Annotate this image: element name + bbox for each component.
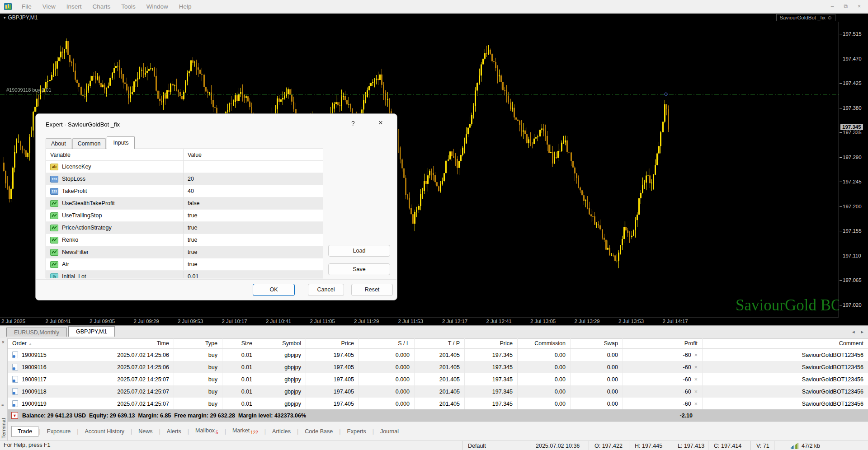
time-tick-label: 2 Jul 11:29: [354, 319, 379, 324]
orders-col-1-time[interactable]: Time: [78, 338, 174, 348]
param-col-value: Value: [184, 149, 323, 160]
terminal-close-icon[interactable]: ×: [2, 340, 5, 345]
order-row-19009115[interactable]: 190091152025.07.02 14:25:06buy0.01gbpjpy…: [8, 349, 868, 361]
dialog-tab-common[interactable]: Common: [72, 138, 106, 149]
close-order-icon[interactable]: ×: [694, 352, 698, 358]
terminal-tab-trade[interactable]: Trade: [11, 426, 38, 437]
param-row-initial-lot[interactable]: ½Initial_Lot0.01: [46, 271, 323, 278]
param-row-renko[interactable]: Renkotrue: [46, 234, 323, 246]
reset-button[interactable]: Reset: [351, 284, 393, 296]
close-order-icon[interactable]: ×: [694, 389, 698, 395]
order-cell-type: buy: [174, 398, 222, 410]
time-tick-label: 2 Jul 13:29: [575, 319, 600, 324]
app-icon: [4, 3, 12, 10]
order-row-19009119[interactable]: 190091192025.07.02 14:25:07buy0.01gbpjpy…: [8, 398, 868, 410]
terminal-tab-alerts[interactable]: Alerts: [161, 427, 187, 436]
chevron-down-icon[interactable]: ▾: [4, 15, 6, 20]
menu-item-file[interactable]: File: [16, 3, 37, 10]
orders-col-8-price[interactable]: Price: [465, 338, 518, 348]
price-tick-label: 197.380: [843, 105, 862, 111]
param-col-variable: Variable: [46, 149, 184, 160]
save-button[interactable]: Save: [328, 263, 390, 275]
close-order-icon[interactable]: ×: [694, 364, 698, 370]
order-row-19009118[interactable]: 190091182025.07.02 14:25:07buy0.01gbpjpy…: [8, 385, 868, 398]
orders-col-5-price[interactable]: Price: [306, 338, 359, 348]
terminal-tab-news[interactable]: News: [132, 427, 158, 436]
menu-item-insert[interactable]: Insert: [61, 3, 87, 10]
orders-col-11-profit[interactable]: Profit: [623, 338, 703, 348]
orders-col-6-s-l[interactable]: S / L: [359, 338, 415, 348]
account-summary-row: ▼ Balance: 29 641.23 USD Equity: 29 639.…: [8, 409, 868, 422]
time-axis[interactable]: 2 Jul 20252 Jul 08:412 Jul 09:052 Jul 09…: [0, 317, 839, 326]
orders-col-3-size[interactable]: Size: [222, 338, 257, 348]
orders-col-label: Price: [500, 340, 513, 347]
main-menu: FileViewInsertChartsToolsWindowHelp: [16, 3, 197, 10]
order-id: 19009116: [22, 364, 47, 370]
tab-scroll-left-icon[interactable]: ◂: [852, 329, 855, 335]
dialog-close-button[interactable]: ×: [378, 118, 383, 127]
menu-item-view[interactable]: View: [37, 3, 61, 10]
order-cell-order: 19009118: [8, 385, 78, 398]
orders-col-0-order[interactable]: Order▵: [8, 338, 78, 348]
terminal-tab-code-base[interactable]: Code Base: [299, 427, 339, 436]
order-cell-price: 197.405: [306, 361, 359, 373]
window-minimize-icon[interactable]: –: [831, 3, 834, 9]
order-row-19009117[interactable]: 190091172025.07.02 14:25:07buy0.01gbpjpy…: [8, 373, 868, 385]
param-value-cell: 0.01: [184, 271, 323, 278]
orders-col-2-type[interactable]: Type: [174, 338, 222, 348]
param-row-licensekey[interactable]: abLicenseKey: [46, 161, 323, 173]
order-cell-symbol: gbpjpy: [257, 349, 306, 361]
orders-col-label: Price: [341, 340, 354, 347]
ea-status-label[interactable]: SaviourGoldBot _fix ☺: [776, 14, 835, 21]
dialog-tab-about[interactable]: About: [46, 138, 71, 149]
status-profile[interactable]: Default: [462, 441, 530, 450]
param-row-priceactionstrategy[interactable]: PriceActionStrategytrue: [46, 222, 323, 234]
param-row-usetrailingstop[interactable]: UseTrailingStoptrue: [46, 210, 323, 222]
order-cell-price2: 197.345: [465, 385, 518, 398]
param-row-newsfilter[interactable]: NewsFiltertrue: [46, 246, 323, 258]
dialog-footer-divider: [36, 279, 396, 280]
tab-scroll-right-icon[interactable]: ▸: [861, 329, 863, 335]
dialog-tab-inputs[interactable]: Inputs: [107, 136, 135, 149]
order-cell-symbol: gbpjpy: [257, 385, 306, 398]
param-row-stoploss[interactable]: 123StopLoss20: [46, 173, 323, 185]
orders-col-7-t-p[interactable]: T / P: [415, 338, 465, 348]
terminal-tab-account-history[interactable]: Account History: [79, 427, 131, 436]
orders-col-9-commission[interactable]: Commission: [518, 338, 571, 348]
int-param-icon: 123: [50, 188, 58, 195]
param-row-usestealthtakeprofit[interactable]: UseStealthTakeProfitfalse: [46, 197, 323, 210]
chart-tab-eurusd-monthly[interactable]: EURUSD,Monthly: [6, 328, 67, 338]
param-row-takeprofit[interactable]: 123TakeProfit40: [46, 185, 323, 197]
bool-param-icon: [50, 249, 58, 256]
load-button[interactable]: Load: [328, 245, 390, 257]
orders-col-12-comment[interactable]: Comment: [703, 338, 868, 348]
terminal-tab-articles[interactable]: Articles: [266, 427, 297, 436]
window-close-icon[interactable]: ×: [858, 3, 861, 9]
ok-button[interactable]: OK: [253, 284, 295, 296]
cancel-button[interactable]: Cancel: [308, 284, 344, 296]
close-order-icon[interactable]: ×: [694, 376, 698, 383]
terminal-tab-mailbox[interactable]: Mailbox5: [189, 426, 224, 437]
orders-body: 190091152025.07.02 14:25:06buy0.01gbpjpy…: [8, 349, 868, 410]
terminal-tab-market[interactable]: Market122: [226, 426, 264, 437]
dialog-help-button[interactable]: ?: [351, 120, 355, 127]
price-axis[interactable]: 197.515197.470197.425197.380197.345197.3…: [839, 22, 868, 317]
menu-item-tools[interactable]: Tools: [116, 3, 141, 10]
status-help-text: For Help, press F1: [4, 442, 51, 448]
orders-col-label: Profit: [684, 340, 698, 347]
window-restore-icon[interactable]: ⧉: [844, 3, 848, 9]
price-tick-label: 197.515: [843, 31, 862, 37]
order-row-19009116[interactable]: 190091162025.07.02 14:25:06buy0.01gbpjpy…: [8, 361, 868, 373]
close-order-icon[interactable]: ×: [694, 401, 698, 407]
terminal-tab-experts[interactable]: Experts: [341, 427, 372, 436]
chart-tab-gbpjpy-m1[interactable]: GBPJPY,M1: [68, 326, 115, 338]
menu-item-help[interactable]: Help: [174, 3, 197, 10]
terminal-tab-journal[interactable]: Journal: [374, 427, 405, 436]
status-volume: V: 71: [750, 441, 774, 450]
param-row-atr[interactable]: Atrtrue: [46, 258, 323, 271]
menu-item-charts[interactable]: Charts: [87, 3, 116, 10]
terminal-tab-exposure[interactable]: Exposure: [41, 427, 76, 436]
menu-item-window[interactable]: Window: [141, 3, 174, 10]
orders-col-4-symbol[interactable]: Symbol: [257, 338, 306, 348]
orders-col-10-swap[interactable]: Swap: [571, 338, 623, 348]
